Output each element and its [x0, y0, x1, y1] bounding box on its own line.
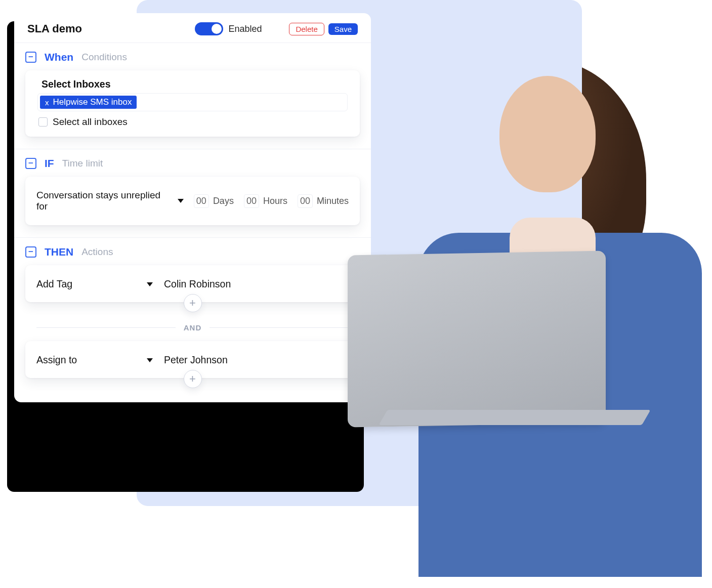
when-header: − When Conditions — [25, 51, 360, 63]
enabled-label: Enabled — [228, 24, 262, 34]
when-subtitle: Conditions — [81, 52, 127, 63]
sla-editor-card: SLA demo Enabled Delete Save − When Cond… — [14, 13, 371, 402]
delete-button[interactable]: Delete — [289, 23, 324, 35]
if-section: − IF Time limit Conversation stays unrep… — [14, 149, 371, 237]
inbox-chip-label: Helpwise SMS inbox — [53, 97, 132, 107]
action-type-label: Assign to — [36, 354, 77, 366]
action-type-label: Add Tag — [36, 278, 72, 290]
condition-dropdown[interactable]: Conversation stays unreplied for — [36, 190, 184, 212]
then-title: THEN — [45, 246, 73, 258]
days-input[interactable]: 00 — [194, 194, 209, 208]
inbox-chip-input[interactable]: x Helpwise SMS inbox — [37, 93, 348, 111]
time-minutes-group: 00 Minutes — [298, 194, 349, 208]
hours-input[interactable]: 00 — [244, 194, 259, 208]
select-all-checkbox[interactable] — [38, 117, 48, 127]
add-action-button[interactable]: + — [184, 294, 202, 312]
select-inboxes-label: Select Inboxes — [37, 78, 348, 90]
if-subtitle: Time limit — [62, 158, 103, 169]
and-label: AND — [184, 323, 202, 332]
select-all-label: Select all inboxes — [53, 116, 128, 128]
if-header: − IF Time limit — [25, 157, 360, 170]
and-divider: AND — [36, 323, 349, 332]
collapse-icon[interactable]: − — [25, 246, 36, 258]
then-header: − THEN Actions — [25, 246, 360, 258]
then-subtitle: Actions — [81, 246, 113, 258]
then-section: − THEN Actions Add Tag Colin Robinson + … — [14, 237, 371, 393]
enabled-toggle-group: Enabled — [195, 22, 262, 35]
minutes-label: Minutes — [317, 196, 349, 206]
chevron-down-icon — [178, 199, 184, 203]
if-panel: Conversation stays unreplied for 00 Days… — [25, 177, 360, 225]
hours-label: Hours — [263, 196, 287, 206]
chevron-down-icon — [147, 282, 153, 286]
toggle-knob — [212, 24, 222, 34]
collapse-icon[interactable]: − — [25, 158, 36, 169]
action-value[interactable]: Colin Robinson — [164, 278, 231, 290]
enabled-toggle[interactable] — [195, 22, 223, 35]
if-title: IF — [45, 157, 54, 170]
select-all-row: Select all inboxes — [37, 111, 348, 128]
save-button[interactable]: Save — [328, 23, 358, 35]
add-action-button[interactable]: + — [184, 370, 202, 388]
minutes-input[interactable]: 00 — [298, 194, 313, 208]
action-value[interactable]: Peter Johnson — [164, 354, 228, 366]
time-hours-group: 00 Hours — [244, 194, 287, 208]
action-type-dropdown[interactable]: Add Tag — [36, 278, 153, 290]
collapse-icon[interactable]: − — [25, 52, 36, 63]
card-header: SLA demo Enabled Delete Save — [14, 13, 371, 43]
inbox-chip[interactable]: x Helpwise SMS inbox — [40, 96, 137, 109]
when-panel: Select Inboxes x Helpwise SMS inbox Sele… — [25, 70, 360, 137]
condition-label: Conversation stays unreplied for — [36, 190, 171, 212]
chevron-down-icon — [147, 358, 153, 362]
page-title: SLA demo — [27, 22, 195, 35]
time-days-group: 00 Days — [194, 194, 234, 208]
action-type-dropdown[interactable]: Assign to — [36, 354, 153, 366]
remove-chip-icon[interactable]: x — [45, 98, 49, 107]
days-label: Days — [213, 196, 234, 206]
when-section: − When Conditions Select Inboxes x Helpw… — [14, 43, 371, 149]
when-title: When — [45, 51, 73, 63]
